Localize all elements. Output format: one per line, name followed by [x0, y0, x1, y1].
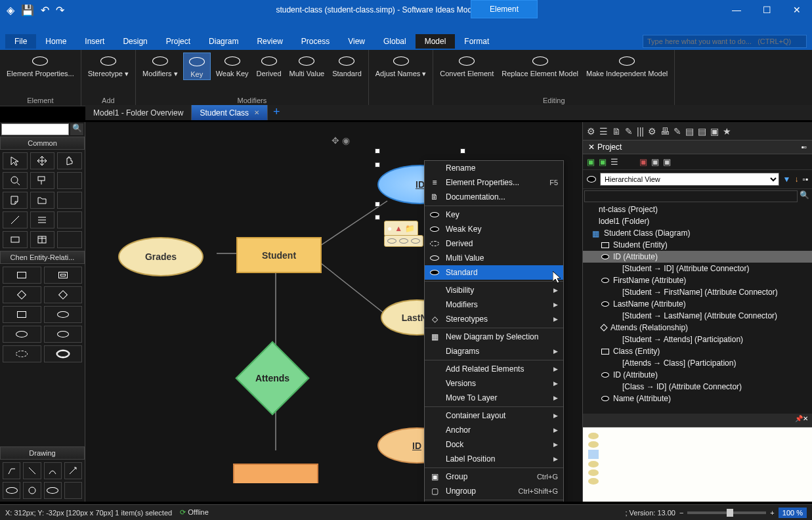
ribbon-element-properties-[interactable]: Element Properties...: [4, 53, 77, 79]
side-tool-icon[interactable]: ☰: [599, 126, 608, 137]
view-select[interactable]: Hierarchical View: [600, 173, 779, 186]
ribbon-standard[interactable]: Standard: [330, 53, 364, 79]
ctx-documentation-[interactable]: 🗎Documentation...: [425, 190, 563, 204]
ctx-multi-value[interactable]: Multi Value: [425, 251, 563, 265]
tool-blank2[interactable]: [57, 192, 82, 209]
ribbon-stereotype-[interactable]: Stereotype ▾: [85, 53, 131, 79]
pin-icon[interactable]: ✕: [588, 142, 595, 152]
ctx-element-properties-[interactable]: ≡Element Properties...F5: [425, 175, 563, 190]
tool-draw-3[interactable]: [44, 462, 62, 479]
diagram-canvas[interactable]: Grades Student ID ●▲📁 LastNa Attends ID …: [85, 122, 582, 502]
panel-menu-icon[interactable]: ▪▫: [801, 142, 807, 152]
menu-file[interactable]: File: [5, 34, 36, 49]
doc-tab[interactable]: Model1 - Folder Overview: [85, 105, 192, 120]
element-mini-toolbar[interactable]: ●▲📁: [384, 221, 418, 236]
pin-icon[interactable]: 📌✕: [795, 415, 808, 425]
ribbon-weak-key[interactable]: Weak Key: [213, 53, 251, 79]
tree-row[interactable]: [Student → LastName] (Attribute Connecto…: [583, 310, 812, 322]
zoom-out-button[interactable]: −: [679, 509, 683, 517]
search-icon[interactable]: 🔍: [798, 190, 811, 202]
proj-btn-icon[interactable]: ▣: [639, 157, 647, 167]
ctx-key[interactable]: Key: [425, 207, 563, 222]
ctx-modifiers[interactable]: Modifiers▶: [425, 297, 563, 312]
doc-tab[interactable]: Student Class✕: [192, 105, 268, 120]
project-tree[interactable]: nt-class (Project)lodel1 (Folder)▦Studen…: [583, 204, 812, 414]
add-tab-button[interactable]: +: [268, 105, 286, 120]
tool-table[interactable]: [30, 231, 55, 248]
proj-btn-icon[interactable]: ▣: [599, 157, 607, 167]
element-mini-toolbar-2[interactable]: [384, 235, 423, 247]
tool-chen-oval[interactable]: [44, 306, 83, 323]
tree-row[interactable]: [Student → FirstName] (Attribute Connect…: [583, 286, 812, 298]
menu-model[interactable]: Model: [416, 34, 456, 49]
ctx-new-diagram-by-selection[interactable]: ▦New Diagram by Selection: [425, 330, 563, 344]
side-tool-icon[interactable]: ▤: [685, 126, 694, 137]
ctx-stereotypes[interactable]: ◇Stereotypes▶: [425, 312, 563, 326]
ctx-visibility[interactable]: Visibility▶: [425, 283, 563, 297]
ribbon-derived[interactable]: Derived: [254, 53, 284, 79]
tool-blank3[interactable]: [57, 211, 82, 228]
zoom-value[interactable]: 100 %: [779, 508, 807, 518]
tree-row[interactable]: [Student → Attends] (Participation): [583, 334, 812, 345]
ctx-label-position[interactable]: Label Position▶: [425, 452, 563, 466]
tool-draw-circle[interactable]: [23, 482, 41, 499]
ctx-derived[interactable]: Derived: [425, 236, 563, 251]
ctx-move-to-layer[interactable]: Move To Layer▶: [425, 391, 563, 405]
tool-line[interactable]: [3, 211, 28, 228]
close-button[interactable]: ✕: [782, 0, 812, 20]
ribbon-modifiers-[interactable]: Modifiers ▾: [140, 53, 181, 79]
toolbox-search-input[interactable]: [1, 123, 69, 135]
ctx-dock[interactable]: Dock▶: [425, 437, 563, 452]
tool-chen-rect-dbl[interactable]: [44, 267, 83, 284]
tool-draw-2[interactable]: [23, 462, 41, 479]
ctx-group[interactable]: ▣GroupCtrl+G: [425, 469, 563, 484]
ctx-anchor[interactable]: Anchor▶: [425, 423, 563, 437]
menu-insert[interactable]: Insert: [75, 34, 114, 49]
side-tool-icon[interactable]: |||: [637, 126, 644, 137]
proj-btn-icon[interactable]: ▣: [663, 157, 671, 167]
toolbox-category-common[interactable]: Common: [0, 137, 85, 150]
tool-chen-rect[interactable]: [3, 267, 41, 284]
proj-btn-icon[interactable]: ▣: [587, 157, 595, 167]
menu-home[interactable]: Home: [36, 34, 75, 49]
tool-move[interactable]: [30, 152, 55, 169]
node-grades[interactable]: Grades: [118, 237, 203, 276]
filter-icon[interactable]: ▼: [783, 175, 791, 184]
redo-icon[interactable]: ↷: [56, 4, 64, 16]
tool-zoom[interactable]: [3, 172, 28, 189]
tree-row[interactable]: LastName (Attribute): [583, 298, 812, 310]
tool-draw-4[interactable]: [64, 462, 82, 479]
tool-chen-oval2[interactable]: [3, 326, 41, 343]
tool-draw-oval[interactable]: [3, 482, 20, 499]
ribbon-multi-value[interactable]: Multi Value: [287, 53, 328, 79]
tree-row[interactable]: ▦Student Class (Diagram): [583, 227, 812, 239]
save-icon[interactable]: 💾: [21, 4, 34, 16]
ribbon-key[interactable]: Key: [183, 53, 211, 80]
ctx-ungroup[interactable]: ▢UngroupCtrl+Shift+G: [425, 484, 563, 498]
ribbon-make-independent-model[interactable]: Make Independent Model: [584, 53, 670, 79]
close-tab-icon[interactable]: ✕: [254, 109, 259, 116]
menu-diagram[interactable]: Diagram: [200, 34, 247, 49]
zoom-in-button[interactable]: +: [770, 509, 774, 517]
proj-btn-icon[interactable]: ▣: [651, 157, 659, 167]
tool-chen-diamond[interactable]: [3, 286, 41, 303]
search-icon[interactable]: 🔍: [70, 123, 83, 135]
ribbon-replace-element-model[interactable]: Replace Element Model: [499, 53, 581, 79]
tool-hlines[interactable]: [30, 211, 55, 228]
menu-format[interactable]: Format: [455, 34, 498, 49]
toolbox-category-chen[interactable]: Chen Entity-Relati...: [0, 251, 85, 264]
tree-row[interactable]: [Class → ID] (Attribute Connector): [583, 381, 812, 393]
tree-row[interactable]: lodel1 (Folder): [583, 215, 812, 227]
tool-chen-rect2[interactable]: [3, 306, 41, 323]
ctx-weak-key[interactable]: Weak Key: [425, 222, 563, 236]
tree-row[interactable]: Attends (Relationship): [583, 322, 812, 334]
node-class-partial[interactable]: [233, 464, 318, 483]
tree-row[interactable]: Class (Entity): [583, 345, 812, 357]
menu-process[interactable]: Process: [292, 34, 339, 49]
tool-chen-oval-dashed[interactable]: [3, 345, 41, 362]
ctx-versions[interactable]: Versions▶: [425, 376, 563, 391]
zoom-slider[interactable]: [687, 511, 766, 514]
tool-rect[interactable]: [3, 231, 28, 248]
side-tool-icon[interactable]: ★: [723, 126, 731, 137]
tool-hand[interactable]: [57, 152, 82, 169]
